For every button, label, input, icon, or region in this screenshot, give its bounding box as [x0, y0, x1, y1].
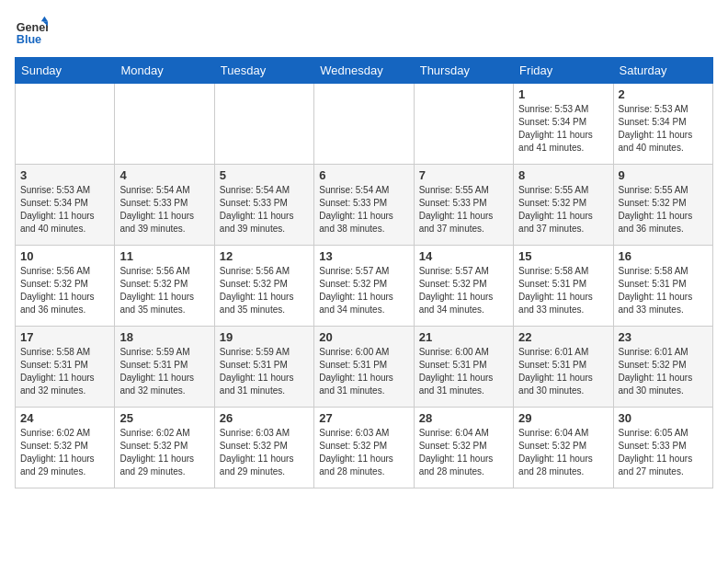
day-info: Sunrise: 5:57 AM Sunset: 5:32 PM Dayligh… — [419, 265, 508, 316]
day-info: Sunrise: 6:04 AM Sunset: 5:32 PM Dayligh… — [518, 427, 608, 478]
col-header-saturday: Saturday — [613, 58, 712, 84]
day-number: 26 — [220, 411, 309, 425]
calendar-cell: 9Sunrise: 5:55 AM Sunset: 5:32 PM Daylig… — [613, 165, 712, 246]
calendar-cell: 6Sunrise: 5:54 AM Sunset: 5:33 PM Daylig… — [314, 165, 414, 246]
day-number: 22 — [518, 330, 608, 344]
day-number: 15 — [518, 249, 608, 263]
day-info: Sunrise: 5:55 AM Sunset: 5:32 PM Dayligh… — [619, 184, 708, 236]
calendar-cell — [414, 84, 513, 165]
day-number: 27 — [319, 411, 408, 425]
day-number: 6 — [319, 168, 408, 182]
calendar-cell — [16, 84, 115, 165]
day-number: 13 — [319, 249, 408, 263]
day-info: Sunrise: 5:57 AM Sunset: 5:32 PM Dayligh… — [319, 265, 408, 316]
calendar-cell: 27Sunrise: 6:03 AM Sunset: 5:32 PM Dayli… — [314, 408, 414, 488]
day-number: 4 — [119, 168, 209, 182]
calendar-week-row: 1Sunrise: 5:53 AM Sunset: 5:34 PM Daylig… — [16, 84, 713, 165]
day-number: 1 — [518, 87, 608, 101]
day-number: 7 — [419, 168, 508, 182]
day-number: 25 — [119, 411, 209, 425]
day-info: Sunrise: 5:54 AM Sunset: 5:33 PM Dayligh… — [119, 184, 209, 236]
day-info: Sunrise: 5:53 AM Sunset: 5:34 PM Dayligh… — [20, 184, 109, 236]
calendar-cell: 30Sunrise: 6:05 AM Sunset: 5:33 PM Dayli… — [613, 408, 712, 488]
day-info: Sunrise: 6:00 AM Sunset: 5:31 PM Dayligh… — [319, 346, 408, 397]
day-number: 17 — [20, 330, 109, 344]
calendar-cell: 7Sunrise: 5:55 AM Sunset: 5:33 PM Daylig… — [414, 165, 513, 246]
calendar-week-row: 10Sunrise: 5:56 AM Sunset: 5:32 PM Dayli… — [16, 246, 713, 327]
day-number: 16 — [619, 249, 708, 263]
calendar-cell: 24Sunrise: 6:02 AM Sunset: 5:32 PM Dayli… — [16, 408, 115, 488]
day-number: 2 — [619, 87, 708, 101]
day-number: 18 — [119, 330, 209, 344]
col-header-monday: Monday — [115, 58, 214, 84]
logo-icon: General Blue — [15, 15, 48, 48]
calendar-cell: 12Sunrise: 5:56 AM Sunset: 5:32 PM Dayli… — [214, 246, 313, 327]
calendar-cell: 22Sunrise: 6:01 AM Sunset: 5:31 PM Dayli… — [514, 327, 613, 408]
day-info: Sunrise: 6:01 AM Sunset: 5:31 PM Dayligh… — [518, 346, 608, 397]
day-number: 9 — [619, 168, 708, 182]
calendar-week-row: 3Sunrise: 5:53 AM Sunset: 5:34 PM Daylig… — [16, 165, 713, 246]
day-number: 20 — [319, 330, 408, 344]
calendar-cell: 1Sunrise: 5:53 AM Sunset: 5:34 PM Daylig… — [514, 84, 613, 165]
calendar-cell: 23Sunrise: 6:01 AM Sunset: 5:32 PM Dayli… — [613, 327, 712, 408]
day-info: Sunrise: 5:58 AM Sunset: 5:31 PM Dayligh… — [20, 346, 109, 397]
day-number: 24 — [20, 411, 109, 425]
calendar-cell — [214, 84, 313, 165]
col-header-tuesday: Tuesday — [214, 58, 313, 84]
calendar-cell: 20Sunrise: 6:00 AM Sunset: 5:31 PM Dayli… — [314, 327, 414, 408]
calendar-cell: 2Sunrise: 5:53 AM Sunset: 5:34 PM Daylig… — [613, 84, 712, 165]
day-info: Sunrise: 5:58 AM Sunset: 5:31 PM Dayligh… — [619, 265, 708, 316]
day-info: Sunrise: 5:53 AM Sunset: 5:34 PM Dayligh… — [619, 103, 708, 155]
calendar-cell: 28Sunrise: 6:04 AM Sunset: 5:32 PM Dayli… — [414, 408, 513, 488]
day-info: Sunrise: 6:03 AM Sunset: 5:32 PM Dayligh… — [319, 427, 408, 478]
day-number: 3 — [20, 168, 109, 182]
day-info: Sunrise: 5:59 AM Sunset: 5:31 PM Dayligh… — [220, 346, 309, 397]
day-info: Sunrise: 6:02 AM Sunset: 5:32 PM Dayligh… — [20, 427, 109, 478]
calendar-cell: 8Sunrise: 5:55 AM Sunset: 5:32 PM Daylig… — [514, 165, 613, 246]
calendar-cell: 10Sunrise: 5:56 AM Sunset: 5:32 PM Dayli… — [16, 246, 115, 327]
day-number: 19 — [220, 330, 309, 344]
day-number: 14 — [419, 249, 508, 263]
day-info: Sunrise: 6:00 AM Sunset: 5:31 PM Dayligh… — [419, 346, 508, 397]
day-info: Sunrise: 5:53 AM Sunset: 5:34 PM Dayligh… — [518, 103, 608, 155]
day-info: Sunrise: 5:59 AM Sunset: 5:31 PM Dayligh… — [119, 346, 209, 397]
day-number: 11 — [119, 249, 209, 263]
day-number: 5 — [220, 168, 309, 182]
calendar-week-row: 24Sunrise: 6:02 AM Sunset: 5:32 PM Dayli… — [16, 408, 713, 488]
day-number: 8 — [518, 168, 608, 182]
day-info: Sunrise: 5:54 AM Sunset: 5:33 PM Dayligh… — [319, 184, 408, 236]
day-info: Sunrise: 5:55 AM Sunset: 5:32 PM Dayligh… — [518, 184, 608, 236]
calendar-cell: 11Sunrise: 5:56 AM Sunset: 5:32 PM Dayli… — [115, 246, 214, 327]
day-info: Sunrise: 6:05 AM Sunset: 5:33 PM Dayligh… — [619, 427, 708, 478]
calendar-cell — [115, 84, 214, 165]
calendar-cell: 15Sunrise: 5:58 AM Sunset: 5:31 PM Dayli… — [514, 246, 613, 327]
day-info: Sunrise: 6:02 AM Sunset: 5:32 PM Dayligh… — [119, 427, 209, 478]
svg-text:Blue: Blue — [17, 33, 41, 46]
day-number: 12 — [220, 249, 309, 263]
day-info: Sunrise: 6:01 AM Sunset: 5:32 PM Dayligh… — [619, 346, 708, 397]
day-number: 29 — [518, 411, 608, 425]
col-header-wednesday: Wednesday — [314, 58, 414, 84]
day-info: Sunrise: 6:03 AM Sunset: 5:32 PM Dayligh… — [220, 427, 309, 478]
logo: General Blue — [15, 15, 51, 48]
calendar-week-row: 17Sunrise: 5:58 AM Sunset: 5:31 PM Dayli… — [16, 327, 713, 408]
calendar-table: SundayMondayTuesdayWednesdayThursdayFrid… — [15, 57, 713, 488]
calendar-cell — [314, 84, 414, 165]
day-number: 23 — [619, 330, 708, 344]
day-number: 10 — [20, 249, 109, 263]
col-header-friday: Friday — [514, 58, 613, 84]
day-info: Sunrise: 5:56 AM Sunset: 5:32 PM Dayligh… — [119, 265, 209, 316]
calendar-cell: 5Sunrise: 5:54 AM Sunset: 5:33 PM Daylig… — [214, 165, 313, 246]
calendar-cell: 25Sunrise: 6:02 AM Sunset: 5:32 PM Dayli… — [115, 408, 214, 488]
calendar-cell: 3Sunrise: 5:53 AM Sunset: 5:34 PM Daylig… — [16, 165, 115, 246]
day-info: Sunrise: 5:55 AM Sunset: 5:33 PM Dayligh… — [419, 184, 508, 236]
calendar-cell: 26Sunrise: 6:03 AM Sunset: 5:32 PM Dayli… — [214, 408, 313, 488]
col-header-thursday: Thursday — [414, 58, 513, 84]
svg-marker-2 — [41, 17, 48, 21]
calendar-cell: 19Sunrise: 5:59 AM Sunset: 5:31 PM Dayli… — [214, 327, 313, 408]
calendar-cell: 29Sunrise: 6:04 AM Sunset: 5:32 PM Dayli… — [514, 408, 613, 488]
calendar-cell: 21Sunrise: 6:00 AM Sunset: 5:31 PM Dayli… — [414, 327, 513, 408]
calendar-cell: 4Sunrise: 5:54 AM Sunset: 5:33 PM Daylig… — [115, 165, 214, 246]
day-info: Sunrise: 5:54 AM Sunset: 5:33 PM Dayligh… — [220, 184, 309, 236]
day-number: 30 — [619, 411, 708, 425]
